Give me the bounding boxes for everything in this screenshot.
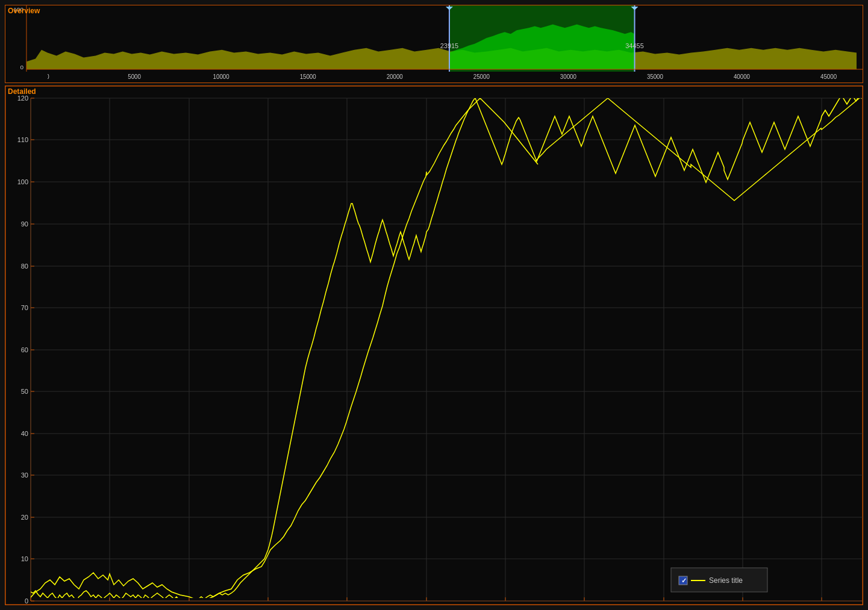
svg-text:0: 0 <box>20 64 23 70</box>
overview-xaxis: 0 5000 10000 15000 20000 25000 30000 350… <box>27 72 863 81</box>
svg-text:35000: 35000 <box>647 73 664 80</box>
svg-text:110: 110 <box>17 136 28 143</box>
svg-text:25000: 25000 <box>473 73 490 80</box>
svg-text:0: 0 <box>48 73 49 80</box>
svg-text:20000: 20000 <box>387 73 404 80</box>
svg-text:45000: 45000 <box>820 73 837 80</box>
svg-text:70: 70 <box>21 304 28 311</box>
detailed-panel: Detailed <box>5 86 863 605</box>
overview-panel: Overview <box>5 5 863 83</box>
svg-text:23915: 23915 <box>440 42 459 49</box>
svg-text:90: 90 <box>21 220 28 228</box>
svg-text:✓: ✓ <box>681 577 687 584</box>
svg-text:40: 40 <box>21 430 28 437</box>
svg-text:Series title: Series title <box>709 576 743 585</box>
svg-text:60: 60 <box>21 346 28 353</box>
detailed-title: Detailed <box>8 87 36 96</box>
svg-text:0: 0 <box>25 597 28 605</box>
svg-text:5000: 5000 <box>128 73 141 80</box>
svg-text:80: 80 <box>21 263 28 270</box>
svg-text:10000: 10000 <box>213 73 230 80</box>
svg-text:30: 30 <box>21 472 28 479</box>
svg-text:50: 50 <box>21 388 28 395</box>
overview-canvas: 23915 34455 100 0 <box>5 5 863 72</box>
overview-title: Overview <box>8 7 40 15</box>
svg-text:15000: 15000 <box>300 73 317 80</box>
svg-text:40000: 40000 <box>734 73 751 80</box>
svg-rect-22 <box>31 98 863 598</box>
main-container: Overview <box>0 0 868 610</box>
svg-text:10: 10 <box>21 555 28 562</box>
svg-text:34455: 34455 <box>625 42 644 49</box>
svg-text:100: 100 <box>17 178 28 185</box>
svg-text:30000: 30000 <box>560 73 577 80</box>
svg-text:20: 20 <box>21 514 28 521</box>
